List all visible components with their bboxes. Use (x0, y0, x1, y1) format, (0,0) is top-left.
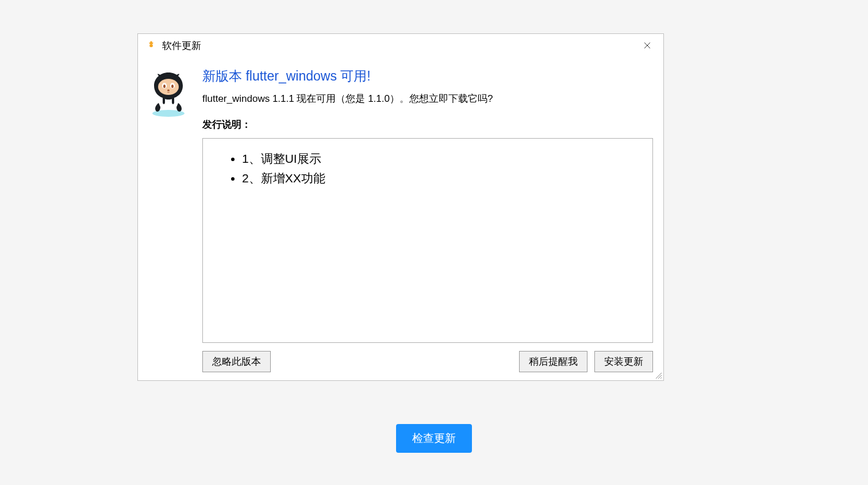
release-note-item: 2、新增XX功能 (242, 169, 642, 188)
check-update-button[interactable]: 检查更新 (396, 424, 472, 453)
svg-point-5 (163, 85, 166, 88)
resize-grip-icon[interactable] (653, 370, 662, 379)
top-section: 新版本 flutter_windows 可用! flutter_windows … (148, 67, 653, 138)
release-notes-box: 1、调整UI展示 2、新增XX功能 (202, 138, 653, 343)
update-dialog: 软件更新 (137, 33, 664, 381)
button-row: 忽略此版本 稍后提醒我 安装更新 (202, 351, 653, 372)
content-column: 新版本 flutter_windows 可用! flutter_windows … (202, 67, 653, 138)
titlebar: 软件更新 (138, 34, 663, 57)
release-notes-label: 发行说明： (202, 118, 653, 131)
app-icon-column (148, 67, 189, 138)
release-notes-list: 1、调整UI展示 2、新增XX功能 (232, 149, 642, 188)
update-heading: 新版本 flutter_windows 可用! (202, 67, 653, 85)
release-note-item: 1、调整UI展示 (242, 149, 642, 169)
update-subtext: flutter_windows 1.1.1 现在可用（您是 1.1.0）。您想立… (202, 92, 653, 105)
remind-later-button[interactable]: 稍后提醒我 (519, 351, 587, 372)
octocat-icon (148, 70, 189, 117)
svg-point-6 (171, 85, 174, 88)
skip-version-button[interactable]: 忽略此版本 (202, 351, 271, 372)
dialog-body: 新版本 flutter_windows 可用! flutter_windows … (138, 57, 663, 380)
close-button[interactable] (636, 36, 659, 55)
install-update-button[interactable]: 安装更新 (594, 351, 653, 372)
svg-point-7 (167, 90, 170, 91)
dialog-title: 软件更新 (162, 39, 636, 52)
gear-icon (146, 40, 156, 51)
